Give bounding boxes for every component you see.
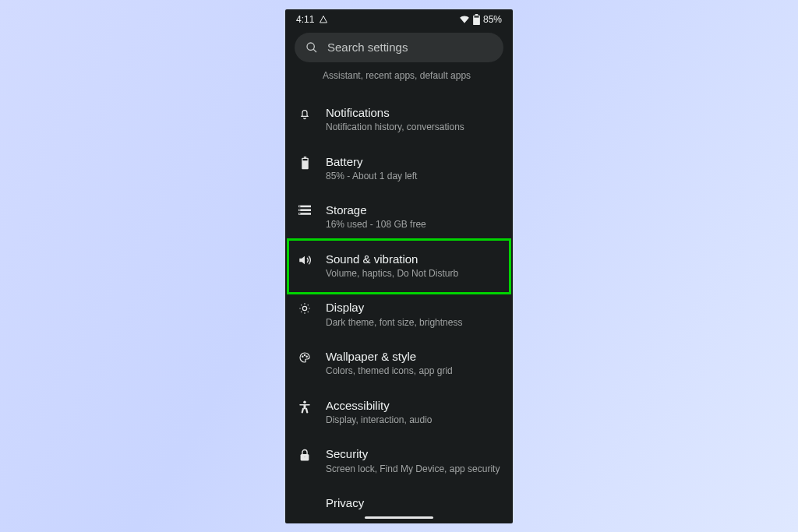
list-item-wallpaper-style[interactable]: Wallpaper & style Colors, themed icons, … xyxy=(285,339,513,388)
item-sub: Display, interaction, audio xyxy=(326,414,433,425)
svg-point-15 xyxy=(302,356,303,357)
lock-icon xyxy=(298,447,312,462)
svg-point-16 xyxy=(304,354,305,355)
status-time: 4:11 xyxy=(296,14,314,25)
wifi-icon xyxy=(459,15,470,24)
item-title: Storage xyxy=(326,203,426,217)
item-title: Wallpaper & style xyxy=(326,350,453,363)
svg-point-3 xyxy=(307,43,314,50)
item-title: Accessibility xyxy=(326,399,433,412)
list-item-battery[interactable]: Battery 85% - About 1 day left xyxy=(285,144,513,193)
svg-rect-7 xyxy=(302,159,307,160)
item-sub: Volume, haptics, Do Not Disturb xyxy=(326,268,458,279)
battery-icon xyxy=(473,14,480,25)
item-title: Notifications xyxy=(326,106,464,119)
svg-rect-22 xyxy=(305,407,309,413)
item-title: Battery xyxy=(326,155,417,168)
status-bar: 4:11 85% xyxy=(285,9,513,28)
svg-point-24 xyxy=(304,456,305,458)
item-sub: Screen lock, Find My Device, app securit… xyxy=(326,463,500,474)
svg-rect-12 xyxy=(299,210,301,210)
list-item-security[interactable]: Security Screen lock, Find My Device, ap… xyxy=(285,436,513,485)
brightness-icon xyxy=(298,301,312,315)
palette-icon xyxy=(298,350,312,364)
svg-rect-11 xyxy=(299,206,301,206)
item-title: Security xyxy=(326,447,500,460)
item-title: Sound & vibration xyxy=(326,252,458,266)
nav-handle[interactable] xyxy=(365,516,433,519)
accessibility-icon xyxy=(298,399,312,414)
svg-point-17 xyxy=(306,356,307,357)
item-sub: Dark theme, font size, brightness xyxy=(326,317,462,328)
svg-rect-0 xyxy=(475,14,478,16)
volume-icon xyxy=(298,252,312,266)
settings-list: Notifications Notification history, conv… xyxy=(285,95,513,509)
item-sub: 85% - About 1 day left xyxy=(326,171,417,181)
item-sub: Notification history, conversations xyxy=(326,122,464,132)
item-title: Display xyxy=(326,301,462,314)
svg-point-18 xyxy=(303,400,305,403)
list-item-display[interactable]: Display Dark theme, font size, brightnes… xyxy=(285,290,513,339)
svg-point-14 xyxy=(302,307,306,311)
storage-icon xyxy=(298,203,312,216)
search-placeholder: Search settings xyxy=(327,41,408,54)
status-battery-text: 85% xyxy=(483,14,502,25)
list-item-apps-sub[interactable]: Assistant, recent apps, default apps xyxy=(285,70,513,95)
search-icon xyxy=(305,41,318,54)
item-sub: Colors, themed icons, app grid xyxy=(326,365,453,376)
item-sub: 16% used - 108 GB free xyxy=(326,219,426,230)
battery-vertical-icon xyxy=(298,155,312,170)
search-settings[interactable]: Search settings xyxy=(295,33,503,62)
svg-rect-13 xyxy=(299,213,301,214)
bell-icon xyxy=(298,106,312,120)
list-item-accessibility[interactable]: Accessibility Display, interaction, audi… xyxy=(285,388,513,437)
svg-line-4 xyxy=(313,49,316,52)
tunnel-icon xyxy=(319,15,328,24)
list-item-storage[interactable]: Storage 16% used - 108 GB free xyxy=(285,192,513,241)
list-item-sound-vibration[interactable]: Sound & vibration Volume, haptics, Do No… xyxy=(285,241,513,291)
list-item-privacy[interactable]: Privacy xyxy=(285,485,513,509)
svg-rect-21 xyxy=(301,407,304,413)
phone-frame: 4:11 85% Search xyxy=(285,9,513,523)
svg-rect-5 xyxy=(303,157,305,158)
list-item-notifications[interactable]: Notifications Notification history, conv… xyxy=(285,95,513,144)
svg-rect-2 xyxy=(474,16,478,17)
